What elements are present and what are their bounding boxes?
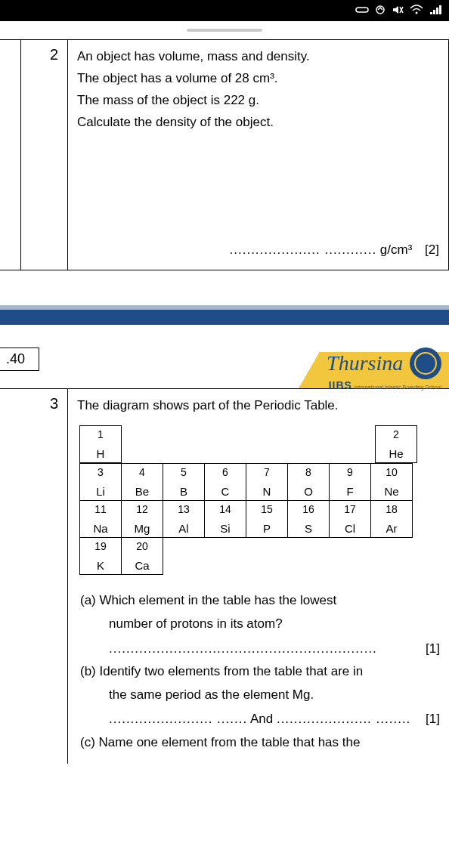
pt-cell: 9F bbox=[329, 463, 371, 501]
pt-cell: 8O bbox=[287, 463, 330, 501]
pt-cell: 7N bbox=[246, 463, 288, 501]
signal-icon bbox=[429, 5, 443, 17]
answer-line: ..................... ............ g/cm³… bbox=[77, 239, 439, 261]
svg-point-4 bbox=[416, 11, 418, 14]
pt-cell: 20Ca bbox=[121, 537, 163, 575]
pt-cell: 4Be bbox=[121, 463, 163, 501]
answer-dots-2: ...................... ........ bbox=[277, 712, 410, 726]
pt-spacer bbox=[333, 426, 376, 464]
brand-sub-prefix: IIBS bbox=[329, 379, 352, 391]
question-3-row: 3 The diagram shows part of the Periodic… bbox=[0, 388, 449, 763]
wifi-icon bbox=[410, 5, 423, 17]
page-marker: .40 bbox=[0, 348, 39, 371]
q3-intro: The diagram shows part of the Periodic T… bbox=[77, 395, 440, 417]
mute-icon bbox=[392, 5, 404, 17]
pt-spacer bbox=[333, 538, 375, 576]
vpn-icon bbox=[355, 5, 369, 17]
brand: Thursina IIBS International Islamic Boar… bbox=[327, 348, 441, 391]
q2-line1: An object has volume, mass and density. bbox=[77, 46, 439, 68]
pt-cell: 12Mg bbox=[121, 500, 163, 538]
update-icon bbox=[375, 5, 386, 17]
svg-rect-8 bbox=[439, 5, 441, 14]
pt-cell: 18Ar bbox=[370, 500, 413, 538]
pt-cell: 5B bbox=[163, 463, 205, 501]
sub-question-c: (c) Name one element from the table that… bbox=[80, 731, 440, 755]
pt-cell: 6C bbox=[204, 463, 246, 501]
svg-rect-5 bbox=[430, 12, 432, 14]
marks: [2] bbox=[425, 242, 439, 257]
tab-indicator bbox=[187, 29, 262, 32]
question-body: The diagram shows part of the Periodic T… bbox=[68, 389, 449, 763]
question-number: 3 bbox=[0, 389, 68, 763]
pt-cell: 3Li bbox=[79, 463, 122, 501]
pt-spacer bbox=[249, 426, 291, 464]
pt-spacer bbox=[206, 426, 249, 464]
pt-cell: 19K bbox=[79, 537, 122, 575]
question-2-row: 2 An object has volume, mass and density… bbox=[0, 39, 449, 270]
pt-cell: 10Ne bbox=[370, 463, 413, 501]
q2-line3: The mass of the object is 222 g. bbox=[77, 90, 439, 112]
q2-line2: The object has a volume of 28 cm³. bbox=[77, 68, 439, 90]
pt-cell: 17Cl bbox=[329, 500, 371, 538]
margin-col bbox=[0, 40, 21, 270]
answer-dots: ........................................… bbox=[109, 641, 377, 656]
pt-cell: 1H bbox=[79, 425, 122, 463]
pt-cell: 13Al bbox=[163, 500, 205, 538]
pt-spacer bbox=[375, 538, 417, 576]
marks: [1] bbox=[426, 708, 440, 731]
question-body: An object has volume, mass and density. … bbox=[68, 40, 449, 270]
sub-question-b: (b) Identify two elements from the table… bbox=[80, 660, 440, 731]
pt-spacer bbox=[206, 538, 248, 576]
periodic-table: 1H2He3Li4Be5B6C7N8O9F10Ne11Na12Mg13Al14S… bbox=[80, 426, 440, 576]
pt-cell: 16S bbox=[287, 500, 330, 538]
svg-rect-0 bbox=[356, 8, 368, 12]
subq-text: Name one element from the table that has… bbox=[99, 735, 361, 749]
answer-dots: ..................... ............ bbox=[230, 242, 377, 257]
pt-cell: 2He bbox=[375, 425, 417, 463]
subq-text: Identify two elements from the table tha… bbox=[100, 664, 364, 678]
pt-spacer bbox=[291, 426, 333, 464]
pt-spacer bbox=[164, 426, 206, 464]
subq-text-2: number of protons in its atom? bbox=[109, 613, 440, 636]
marks: [1] bbox=[426, 638, 440, 661]
answer-and: And bbox=[250, 712, 273, 726]
subq-label: (a) bbox=[80, 593, 96, 607]
page-separator bbox=[0, 305, 449, 325]
brand-sub: IIBS International Islamic Boarding Scho… bbox=[327, 379, 441, 391]
answer-line: ........................ ....... And ...… bbox=[109, 708, 440, 731]
brand-name: Thursina bbox=[327, 351, 403, 375]
subq-text: Which element in the table has the lowes… bbox=[100, 593, 337, 607]
brand-sub-text: International Islamic Boarding School bbox=[354, 385, 441, 390]
brand-logo-icon bbox=[410, 348, 441, 379]
subq-text-2: the same period as the element Mg. bbox=[109, 684, 440, 707]
subq-label: (b) bbox=[80, 664, 96, 678]
sub-question-a: (a) Which element in the table has the l… bbox=[80, 589, 440, 660]
answer-dots-1: ........................ ....... bbox=[109, 712, 247, 726]
q2-line4: Calculate the density of the object. bbox=[77, 112, 439, 134]
svg-rect-7 bbox=[436, 8, 438, 14]
answer-unit: g/cm³ bbox=[380, 242, 413, 257]
subq-label: (c) bbox=[80, 735, 95, 749]
pt-spacer bbox=[248, 538, 290, 576]
pt-spacer bbox=[290, 538, 333, 576]
answer-line: ........................................… bbox=[109, 638, 440, 661]
status-bar bbox=[0, 0, 449, 21]
pt-cell: 15P bbox=[246, 500, 288, 538]
page-header: .40 Thursina IIBS International Islamic … bbox=[0, 352, 449, 388]
pt-spacer bbox=[122, 426, 164, 464]
svg-rect-6 bbox=[433, 10, 435, 14]
pt-cell: 14Si bbox=[204, 500, 246, 538]
pt-cell: 11Na bbox=[79, 500, 122, 538]
question-number: 2 bbox=[21, 40, 68, 270]
pt-spacer bbox=[163, 538, 206, 576]
